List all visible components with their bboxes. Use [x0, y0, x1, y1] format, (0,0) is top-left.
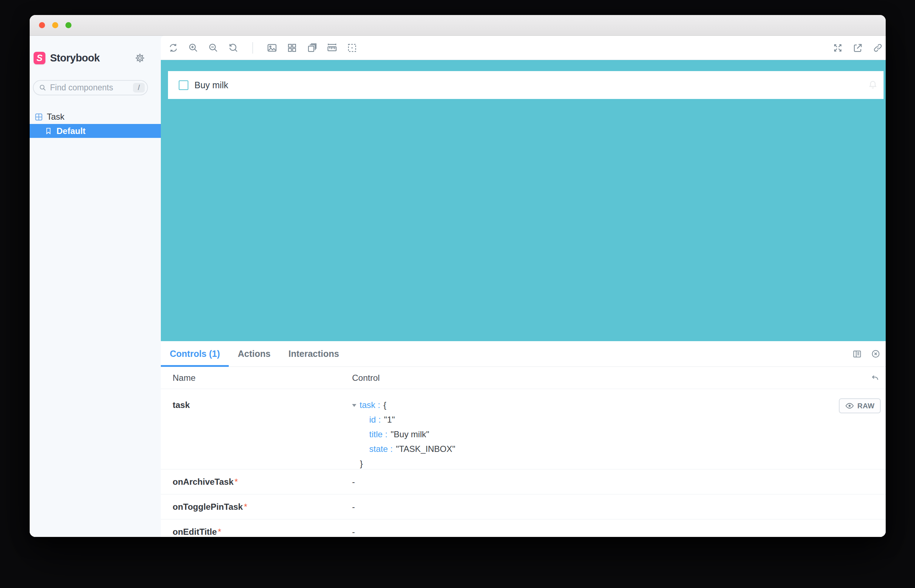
colon: : [379, 412, 381, 427]
entry-value[interactable]: "Buy milk" [391, 427, 429, 441]
sidebar-header: S Storybook [34, 51, 146, 65]
canvas-toolbar [161, 36, 886, 60]
entry-key: state [369, 441, 388, 456]
panel-position-icon[interactable] [852, 349, 862, 359]
close-panel-icon[interactable] [871, 349, 881, 359]
logo-letter: S [36, 53, 42, 63]
window-titlebar[interactable] [30, 15, 886, 36]
object-root-line: task : { [352, 397, 455, 412]
change-background-icon[interactable] [267, 42, 277, 53]
preview-area: Buy milk Controls (1) Actions [161, 36, 886, 537]
settings-gear-icon[interactable] [134, 53, 146, 64]
collapse-caret-icon[interactable] [352, 404, 356, 407]
entry-value[interactable]: "TASK_INBOX" [396, 441, 455, 456]
entry-key: title [369, 427, 382, 441]
prop-name: onArchiveTask [173, 477, 233, 486]
object-root-key: task [360, 397, 375, 412]
control-row-ontogglepintask: onTogglePinTask* - [161, 494, 886, 519]
control-row-onarchivetask: onArchiveTask* - [161, 469, 886, 494]
storybook-window: S Storybook [30, 15, 886, 537]
search-shortcut-badge: / [133, 83, 145, 92]
prop-name: onEditTitle [173, 527, 217, 536]
storybook-logo-icon: S [34, 52, 45, 64]
task-title: Buy milk [194, 80, 228, 90]
eye-icon [845, 401, 854, 410]
grid-toggle-icon[interactable] [287, 42, 297, 53]
name-column-header: Name [173, 373, 352, 383]
viewport-icon[interactable] [307, 42, 317, 53]
zoom-out-icon[interactable] [208, 42, 219, 53]
tab-controls[interactable]: Controls (1) [161, 341, 229, 367]
close-window-button[interactable] [39, 22, 45, 28]
prop-name: task [173, 400, 190, 410]
sidebar-item-default-story[interactable]: Default [30, 124, 161, 138]
empty-control-value: - [352, 477, 355, 487]
colon: : [385, 427, 387, 441]
tab-interactions[interactable]: Interactions [280, 341, 348, 367]
pin-bell-icon[interactable] [867, 79, 879, 91]
zoom-in-icon[interactable] [188, 42, 199, 53]
raw-toggle-button[interactable]: RAW [839, 398, 881, 413]
required-marker: * [235, 477, 238, 486]
colon: : [378, 397, 380, 412]
remount-component-icon[interactable] [168, 42, 179, 53]
addons-panel: Controls (1) Actions Interactions [161, 341, 886, 537]
object-entry: title : "Buy milk" [352, 427, 455, 441]
sidebar-item-label: Task [47, 112, 64, 122]
panel-tabbar: Controls (1) Actions Interactions [161, 341, 886, 367]
copy-link-icon[interactable] [873, 42, 883, 53]
task-component: Buy milk [168, 71, 884, 99]
entry-value[interactable]: "1" [384, 412, 395, 427]
component-grid-icon [34, 113, 43, 121]
bookmark-icon [44, 127, 53, 135]
zoom-window-button[interactable] [65, 22, 71, 28]
control-column-header: Control [352, 373, 380, 383]
sidebar-item-label: Default [57, 126, 86, 136]
empty-control-value: - [352, 502, 355, 512]
minimize-window-button[interactable] [52, 22, 58, 28]
required-marker: * [218, 527, 221, 536]
toolbar-divider [252, 42, 253, 53]
measure-ruler-icon[interactable] [327, 42, 337, 53]
raw-label: RAW [857, 402, 875, 410]
window-controls [39, 22, 71, 28]
find-components-searchbox[interactable]: / [33, 80, 148, 95]
brand-title: Storybook [50, 52, 100, 64]
object-entry: state : "TASK_INBOX" [352, 441, 455, 456]
prop-name: onTogglePinTask [173, 502, 243, 512]
close-brace: } [360, 456, 363, 471]
controls-table-header: Name Control [161, 367, 886, 389]
open-external-icon[interactable] [852, 42, 863, 53]
desktop-background: S Storybook [0, 0, 915, 588]
reset-controls-icon[interactable] [870, 373, 880, 383]
control-row-onedittitle: onEditTitle* - [161, 519, 886, 537]
object-control: task : { id : "1" title : [352, 397, 455, 469]
sidebar-item-task[interactable]: Task [30, 110, 161, 124]
fullscreen-icon[interactable] [832, 42, 843, 53]
outline-toggle-icon[interactable] [347, 42, 358, 53]
tab-actions[interactable]: Actions [229, 341, 280, 367]
search-input[interactable] [50, 83, 133, 92]
object-entry: id : "1" [352, 412, 455, 427]
required-marker: * [244, 502, 247, 512]
component-tree: Task Default [30, 110, 161, 138]
story-canvas: Buy milk [161, 60, 886, 341]
control-row-task: task task : { id : [161, 389, 886, 469]
object-close-line: } [352, 456, 455, 471]
sidebar: S Storybook [30, 36, 161, 537]
search-icon [39, 84, 47, 92]
empty-control-value: - [352, 527, 355, 537]
reset-zoom-icon[interactable] [228, 42, 239, 53]
task-checkbox[interactable] [179, 81, 188, 90]
open-brace: { [384, 397, 386, 412]
colon: : [390, 441, 393, 456]
entry-key: id [369, 412, 376, 427]
